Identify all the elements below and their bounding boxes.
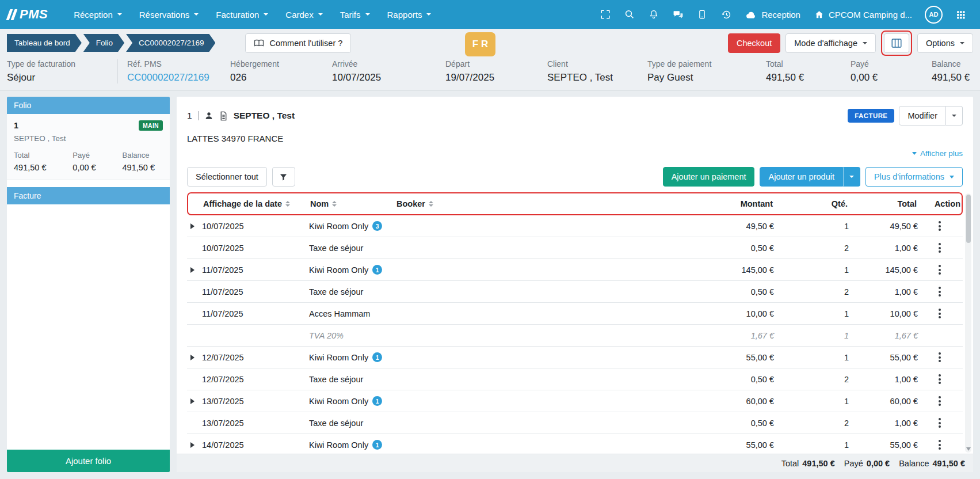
history-icon[interactable]: [715, 3, 738, 26]
column-settings-button[interactable]: [884, 33, 909, 53]
field-type-facturation: Type de facturation Séjour: [7, 59, 117, 83]
kebab-menu-icon[interactable]: [936, 350, 943, 364]
how-to-use-button[interactable]: Comment l'utiliser ?: [245, 33, 351, 53]
more-info-button[interactable]: Plus d'informations: [865, 167, 963, 187]
menu-facturation[interactable]: Facturation: [207, 5, 277, 25]
row-action-menu[interactable]: [918, 350, 962, 364]
row-qte: 1: [774, 309, 849, 318]
table-row: 11/07/2025 Acces Hammam 10,00 € 1 10,00 …: [187, 303, 963, 325]
table-columns-icon: [891, 38, 902, 48]
row-name: Kiwi Room Only1: [309, 352, 395, 362]
row-total: 49,50 €: [849, 222, 918, 231]
row-expand-toggle[interactable]: [188, 377, 202, 382]
checkout-button[interactable]: Checkout: [728, 33, 780, 53]
kebab-menu-icon[interactable]: [936, 284, 943, 299]
row-expand-toggle[interactable]: [188, 245, 202, 251]
modify-button[interactable]: Modifier: [899, 106, 946, 126]
page-header: Tableau de bord Folio CC00002027/2169 Co…: [0, 29, 980, 91]
select-all-button[interactable]: Sélectionner tout: [187, 167, 267, 187]
kebab-menu-icon[interactable]: [936, 438, 943, 452]
main-menu: Réception Réservations Facturation Carde…: [65, 5, 440, 25]
row-date: 14/07/2025: [202, 440, 309, 450]
row-action-menu[interactable]: [918, 241, 962, 255]
scrollbar-down-arrow[interactable]: [966, 447, 971, 451]
column-header-total[interactable]: Total: [848, 199, 917, 208]
row-action-menu[interactable]: [918, 372, 962, 386]
filter-button[interactable]: [272, 167, 295, 187]
menu-rapports[interactable]: Rapports: [379, 5, 440, 25]
filter-funnel-icon: [279, 173, 288, 181]
kebab-menu-icon[interactable]: [936, 263, 943, 277]
field-balance: Balance 491,50 €: [932, 59, 970, 83]
table-row: 12/07/2025 Kiwi Room Only1 55,00 € 1 55,…: [187, 347, 963, 368]
row-expand-toggle[interactable]: [188, 333, 202, 339]
breadcrumb-reservation-ref[interactable]: CC00002027/2169: [126, 34, 215, 52]
column-header-date[interactable]: Affichage de la date: [203, 199, 310, 208]
menu-tarifs[interactable]: Tarifs: [331, 5, 379, 25]
pms-logo[interactable]: PMS: [8, 7, 48, 22]
breadcrumb-folio[interactable]: Folio: [83, 34, 124, 52]
show-more-link[interactable]: Afficher plus: [912, 149, 963, 158]
row-action-menu[interactable]: [918, 394, 962, 408]
row-action-menu[interactable]: [918, 438, 962, 452]
add-payment-button[interactable]: Ajouter un paiement: [663, 167, 755, 187]
menu-reception[interactable]: Réception: [65, 5, 131, 25]
scrollbar-thumb[interactable]: [966, 195, 971, 243]
folio-list-item[interactable]: 1 MAIN SEPTEO , Test Total 491,50 € Payé…: [7, 114, 170, 180]
add-product-dropdown-toggle[interactable]: [843, 167, 860, 187]
count-badge: 3: [372, 221, 382, 231]
kebab-menu-icon[interactable]: [936, 372, 943, 386]
language-flag-fr[interactable]: FR: [465, 32, 495, 56]
row-expand-toggle[interactable]: [188, 267, 202, 273]
add-folio-button[interactable]: Ajouter folio: [7, 450, 170, 472]
row-action-menu[interactable]: [918, 328, 962, 343]
kebab-menu-icon[interactable]: [936, 306, 943, 321]
options-button[interactable]: Options: [917, 33, 973, 53]
kebab-menu-icon[interactable]: [936, 394, 943, 408]
row-action-menu[interactable]: [918, 284, 962, 299]
table-scrollbar[interactable]: [965, 193, 971, 453]
add-product-button[interactable]: Ajouter un produit: [760, 167, 842, 187]
row-date: 10/07/2025: [202, 244, 309, 253]
property-selector-link[interactable]: CPCOM Camping d...: [808, 10, 918, 20]
row-action-menu[interactable]: [918, 219, 962, 233]
column-header-nom[interactable]: Nom: [310, 199, 396, 208]
sidebar-section-facture[interactable]: Facture: [7, 187, 170, 204]
menu-reservations[interactable]: Réservations: [131, 5, 208, 25]
row-action-menu[interactable]: [918, 263, 962, 277]
ref-pms-link[interactable]: CC00002027/2169: [127, 72, 230, 83]
sidebar-section-folio[interactable]: Folio: [7, 97, 170, 114]
column-header-montant[interactable]: Montant: [660, 199, 773, 208]
user-avatar[interactable]: AD: [925, 6, 943, 24]
breadcrumb-dashboard[interactable]: Tableau de bord: [7, 34, 82, 52]
search-icon[interactable]: [618, 3, 641, 26]
notifications-bell-icon[interactable]: [642, 3, 665, 26]
kebab-menu-icon[interactable]: [936, 416, 943, 430]
row-expand-toggle[interactable]: [188, 289, 202, 295]
apps-grid-icon[interactable]: [949, 3, 972, 26]
row-expand-toggle[interactable]: [188, 398, 202, 404]
menu-cardex[interactable]: Cardex: [277, 5, 331, 25]
display-mode-button[interactable]: Mode d'affichage: [785, 33, 876, 53]
kebab-menu-icon[interactable]: [936, 241, 943, 255]
column-header-qte[interactable]: Qté.: [773, 199, 848, 208]
fullscreen-icon[interactable]: [594, 3, 617, 26]
folio-number: 1: [14, 121, 18, 130]
row-expand-toggle[interactable]: [188, 223, 202, 229]
folio-paid-value: 0,00 €: [73, 163, 96, 172]
column-header-booker[interactable]: Booker: [396, 199, 660, 208]
modify-dropdown-toggle[interactable]: [946, 106, 963, 126]
row-expand-toggle[interactable]: [188, 442, 202, 448]
row-expand-toggle[interactable]: [188, 420, 202, 426]
row-expand-toggle[interactable]: [188, 311, 202, 317]
facture-badge[interactable]: FACTURE: [848, 109, 894, 123]
row-action-menu[interactable]: [918, 416, 962, 430]
table-row: 10/07/2025 Kiwi Room Only3 49,50 € 1 49,…: [187, 215, 963, 237]
messages-chat-icon[interactable]: [666, 3, 689, 26]
kebab-menu-icon[interactable]: [936, 219, 943, 233]
row-action-menu[interactable]: [918, 306, 962, 321]
reception-workspace-link[interactable]: Reception: [739, 10, 807, 20]
sort-icon: [429, 201, 433, 207]
row-expand-toggle[interactable]: [188, 355, 202, 360]
tablet-device-icon[interactable]: [691, 3, 714, 26]
